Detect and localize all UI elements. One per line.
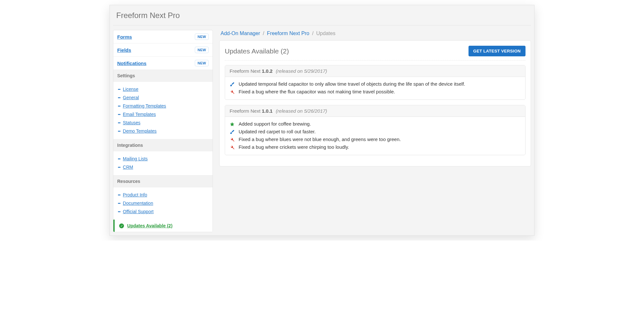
breadcrumb: Add-On Manager / Freeform Next Pro / Upd…	[219, 30, 531, 40]
breadcrumb-current: Updates	[316, 31, 336, 36]
sidebar-item-crm[interactable]: •••CRM	[113, 163, 213, 171]
main: Add-On Manager / Freeform Next Pro / Upd…	[219, 30, 531, 166]
panel-head: Updates Available (2) GET LATEST VERSION	[225, 46, 526, 61]
new-badge[interactable]: NEW	[195, 47, 209, 53]
sidebar-item-label[interactable]: Fields	[117, 47, 131, 53]
sidebar-item-label[interactable]: License	[123, 87, 138, 92]
panel-title: Updates Available (2)	[225, 47, 289, 55]
sidebar-item-product-info[interactable]: •••Product Info	[113, 191, 213, 199]
sidebar-item-updates-available[interactable]: ✓ Updates Available (2)	[113, 220, 213, 232]
update-product: Freeform Next	[230, 68, 262, 74]
release-note-text: Fixed a bug where crickets were chirping…	[239, 144, 349, 150]
sidebar-item-fields[interactable]: FieldsNEW	[113, 43, 213, 57]
breadcrumb-addon-manager[interactable]: Add-On Manager	[221, 31, 260, 36]
sidebar-item-label[interactable]: Demo Templates	[123, 128, 157, 134]
sidebar-item-demo-templates[interactable]: •••Demo Templates	[113, 127, 213, 135]
sidebar-item-documentation[interactable]: •••Documentation	[113, 199, 213, 207]
sidebar-section-resources: Resources	[113, 175, 213, 187]
sidebar-section-settings: Settings	[113, 70, 213, 82]
body-row: FormsNEWFieldsNEWNotificationsNEW Settin…	[110, 25, 534, 235]
update-body: Updated temporal field capacitor to only…	[225, 77, 525, 99]
fixed-icon	[230, 137, 235, 142]
bullet-icon: •••	[118, 129, 120, 133]
update-version: 1.0.2	[262, 68, 272, 74]
sidebar-section-integrations: Integrations	[113, 139, 213, 151]
check-circle-icon: ✓	[119, 223, 124, 228]
release-note: Fixed a bug where the flux capacitor was…	[230, 88, 521, 96]
release-note: Added support for coffee brewing.	[230, 120, 521, 128]
sidebar-item-mailing-lists[interactable]: •••Mailing Lists	[113, 155, 213, 163]
bullet-icon: •••	[118, 96, 120, 99]
sidebar: FormsNEWFieldsNEWNotificationsNEW Settin…	[113, 30, 213, 232]
update-date: (released on 5/29/2017)	[274, 68, 327, 74]
bullet-icon: •••	[118, 104, 120, 108]
release-note: Fixed a bug where blues were not blue en…	[230, 136, 521, 143]
bullet-icon: •••	[118, 193, 120, 197]
sidebar-item-official-support[interactable]: •••Official Support	[113, 207, 213, 216]
sidebar-item-label[interactable]: Documentation	[123, 201, 153, 206]
changed-icon	[230, 82, 235, 87]
breadcrumb-sep: /	[261, 31, 265, 36]
sidebar-sublist: •••License•••General•••Formatting Templa…	[113, 82, 213, 139]
new-badge[interactable]: NEW	[195, 33, 209, 40]
release-note-text: Fixed a bug where the flux capacitor was…	[239, 89, 395, 94]
added-icon	[230, 122, 235, 127]
sidebar-sublist: •••Mailing Lists•••CRM	[113, 151, 213, 175]
bullet-icon: •••	[118, 210, 120, 213]
release-note-text: Updated temporal field capacitor to only…	[239, 81, 465, 87]
fixed-icon	[230, 145, 235, 150]
bullet-icon: •••	[118, 121, 120, 125]
sidebar-sublist: •••Product Info•••Documentation•••Offici…	[113, 187, 213, 220]
update-box: Freeform Next 1.0.1 (released on 5/26/20…	[225, 105, 526, 155]
sidebar-item-label[interactable]: CRM	[123, 165, 133, 170]
sidebar-item-formatting-templates[interactable]: •••Formatting Templates	[113, 102, 213, 110]
updates-panel: Updates Available (2) GET LATEST VERSION…	[219, 40, 531, 166]
update-head: Freeform Next 1.0.1 (released on 5/26/20…	[225, 105, 525, 117]
sidebar-item-label[interactable]: Notifications	[117, 61, 147, 66]
bullet-icon: •••	[118, 88, 120, 91]
bullet-icon: •••	[118, 166, 120, 169]
sidebar-item-label[interactable]: Forms	[117, 34, 132, 40]
release-note: Updated temporal field capacitor to only…	[230, 80, 521, 88]
update-head: Freeform Next 1.0.2 (released on 5/29/20…	[225, 65, 525, 77]
release-note-text: Updated red carpet to roll out faster.	[239, 129, 316, 134]
app-frame: Freeform Next Pro FormsNEWFieldsNEWNotif…	[109, 5, 535, 236]
bullet-icon: •••	[118, 202, 120, 205]
update-product: Freeform Next	[230, 108, 262, 114]
update-version: 1.0.1	[262, 108, 272, 114]
sidebar-item-email-templates[interactable]: •••Email Templates	[113, 110, 213, 118]
sidebar-item-label[interactable]: Email Templates	[123, 112, 156, 117]
sidebar-item-label[interactable]: Formatting Templates	[123, 103, 166, 109]
sidebar-active-label[interactable]: Updates Available (2)	[127, 223, 173, 228]
update-body: Added support for coffee brewing.Updated…	[225, 117, 525, 155]
sidebar-item-notifications[interactable]: NotificationsNEW	[113, 57, 213, 70]
breadcrumb-freeform-next-pro[interactable]: Freeform Next Pro	[267, 31, 309, 36]
sidebar-item-label[interactable]: Statuses	[123, 120, 140, 125]
release-note: Updated red carpet to roll out faster.	[230, 128, 521, 136]
release-note: Fixed a bug where crickets were chirping…	[230, 143, 521, 151]
sidebar-item-general[interactable]: •••General	[113, 93, 213, 102]
release-note-text: Added support for coffee brewing.	[239, 121, 311, 127]
changed-icon	[230, 129, 235, 135]
fixed-icon	[230, 90, 235, 95]
breadcrumb-sep: /	[311, 31, 315, 36]
sidebar-item-license[interactable]: •••License	[113, 85, 213, 93]
update-date: (released on 5/26/2017)	[274, 108, 327, 114]
sidebar-item-statuses[interactable]: •••Statuses	[113, 118, 213, 127]
sidebar-item-label[interactable]: General	[123, 95, 139, 100]
release-note-text: Fixed a bug where blues were not blue en…	[239, 137, 401, 142]
update-box: Freeform Next 1.0.2 (released on 5/29/20…	[225, 65, 526, 100]
sidebar-item-forms[interactable]: FormsNEW	[113, 30, 213, 43]
sidebar-item-label[interactable]: Official Support	[123, 209, 154, 214]
bullet-icon: •••	[118, 157, 120, 161]
sidebar-item-label[interactable]: Product Info	[123, 192, 147, 197]
new-badge[interactable]: NEW	[195, 60, 209, 66]
bullet-icon: •••	[118, 113, 120, 116]
get-latest-version-button[interactable]: GET LATEST VERSION	[469, 46, 526, 56]
sidebar-item-label[interactable]: Mailing Lists	[123, 156, 148, 161]
page-title: Freeform Next Pro	[110, 5, 534, 25]
